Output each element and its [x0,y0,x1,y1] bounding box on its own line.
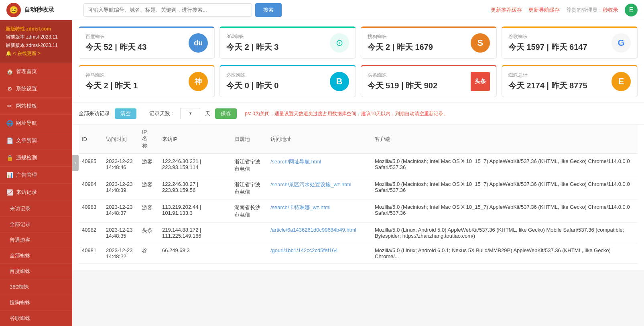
sidebar-sub-baidu-spider[interactable]: 百度蜘蛛 [0,264,72,279]
cell-url[interactable]: /gourl/1bb1/142cc2cd5fef164 [267,243,372,264]
cell-ip: 113.219.202.44 | 101.91.133.3 [159,200,231,223]
visit-url-link[interactable]: /search/卡特琳娜_wz.html [270,204,331,210]
days-label: 记录天数： [149,110,175,117]
cell-time: 2023-12-23 14:48:46 [103,154,139,177]
th-agent: 客户端 [372,125,638,154]
spider-stats-row2: 神马蜘蛛 今天 2 | 昨天 1 神 必应蜘蛛 今天 0 | 昨天 0 B 头条… [72,65,644,102]
table-header-row: ID 访问时间 IP名称 来访IP 归属地 访问地址 客户端 [79,125,638,154]
search-area: 搜索 [83,3,486,17]
all-records-label: 全部来访记录 [79,110,110,117]
sidebar-item-template[interactable]: ✏ 网站模板 [0,98,72,115]
cell-ip: 66.249.68.3 [159,243,231,264]
cell-url[interactable]: /search/卡特琳娜_wz.html [267,200,372,223]
cell-location: 湖南省长沙市电信 [231,200,267,223]
home-icon: 🏠 [6,68,13,75]
s360-icon: ⊙ [330,33,349,53]
sidebar-item-admin-home[interactable]: 🏠 管理首页 [0,63,72,80]
sidebar: 新版特性 zdmsl.com 当前版本 zdmsl-2023.11 最新版本 z… [0,20,72,326]
cell-url[interactable]: /article/6a1436261d0c99684b49.html [267,223,372,243]
sidebar-item-settings[interactable]: ⚙ 系统设置 [0,80,72,98]
admin-label: 尊贵的管理员：秒收录 [566,6,618,14]
log-tip: ps: 0为关闭，适量设置天数避免过度占用数据库空间，建议10天以内，到期自动清… [245,110,448,117]
visit-table-wrapper: ID 访问时间 IP名称 来访IP 归属地 访问地址 客户端 409852023… [72,125,644,270]
toutiao-value: 今天 519 | 昨天 902 [368,80,438,91]
cell-url[interactable]: /search/网址导航.html [267,154,372,177]
th-id: ID [79,125,103,154]
clear-button[interactable]: 清空 [115,108,136,119]
cell-ip-name: 游客 [139,154,159,177]
search-input[interactable] [83,3,252,17]
cell-url[interactable]: /search/景区污水处置设施_wz.html [267,177,372,200]
s360-value: 今天 2 | 昨天 3 [226,42,278,53]
cell-agent: Mozilla/5.0 (Linux; Android 6.0.1; Nexus… [372,243,638,264]
sidebar-sub-sogou-spider[interactable]: 搜狗蜘蛛 [0,295,72,311]
sidebar-sub-normal-visitors[interactable]: 普通游客 [0,232,72,248]
sidebar-item-visit-records[interactable]: 📈 来访记录 [0,184,72,201]
cell-time: 2023-12-23 14:48:35 [103,223,139,243]
visit-url-link[interactable]: /gourl/1bb1/142cc2cd5fef164 [270,247,338,253]
total-icon: E [611,72,631,91]
cell-ip-name: 头条 [139,223,159,243]
table-row: 409812023-12-23 14:48:??谷66.249.68.3/gou… [79,243,638,264]
sidebar-sub-visit-records[interactable]: 来访记录 [0,201,72,217]
cell-id: 40981 [79,243,103,264]
visit-url-link[interactable]: /search/景区污水处置设施_wz.html [270,181,351,187]
sidebar-label-visit-records: 来访记录 [16,189,37,196]
visit-url-link[interactable]: /search/网址导航.html [270,159,321,165]
main-layout: 新版特性 zdmsl.com 当前版本 zdmsl-2023.11 最新版本 z… [0,20,644,326]
template-icon: ✏ [6,103,13,109]
cell-agent: Mozilla/5.0 (Linux; Android 5.0) AppleWe… [372,223,638,243]
stat-card-google: 谷歌蜘蛛 今天 1597 | 昨天 6147 G [502,26,638,59]
cell-id: 40984 [79,177,103,200]
sidebar-sub-360-spider[interactable]: 360蜘蛛 [0,279,72,295]
search-button[interactable]: 搜索 [255,3,282,17]
sogou-icon: S [471,33,490,53]
update-nav-cache-link[interactable]: 更新导航缓存 [528,6,560,14]
cell-location: 浙江省宁波市电信 [231,154,267,177]
s360-label: 360蜘蛛 [226,33,278,40]
update-recommend-cache-link[interactable]: 更新推荐缓存 [491,6,522,14]
articles-icon: 📄 [6,137,13,144]
table-row: 409852023-12-23 14:48:46游客122.246.30.221… [79,154,638,177]
shenma-label: 神马蜘蛛 [85,72,138,79]
sidebar-sub-google-spider[interactable]: 谷歌蜘蛛 [0,311,72,326]
save-button[interactable]: 保存 [215,108,237,119]
toutiao-icon: 头条 [471,72,490,91]
sidebar-update-link[interactable]: 🔔 < 在线更新 > [6,49,67,57]
sidebar-item-articles[interactable]: 📄 文章资源 [0,132,72,149]
th-ip-name: IP名称 [139,125,159,154]
sidebar-item-violation[interactable]: 🔒 违规检测 [0,149,72,167]
total-value: 今天 2174 | 昨天 8775 [508,80,587,91]
sidebar-sub-all-records[interactable]: 全部记录 [0,217,72,232]
table-body: 409852023-12-23 14:48:46游客122.246.30.221… [79,154,638,264]
visit-url-link[interactable]: /article/6a1436261d0c99684b49.html [270,227,356,233]
stat-card-total: 蜘蛛总计 今天 2174 | 昨天 8775 E [502,65,638,97]
days-unit: 天 [205,110,210,117]
baidu-value: 今天 52 | 昨天 43 [85,42,146,53]
header-right: 更新推荐缓存 更新导航缓存 尊贵的管理员：秒收录 E [491,4,638,16]
sidebar-label-admin-home: 管理首页 [16,68,37,75]
sidebar-item-nav[interactable]: 🌐 网址导航 [0,115,72,132]
stat-card-360: 360蜘蛛 今天 2 | 昨天 3 ⊙ [219,26,356,59]
sidebar-item-ads[interactable]: 📊 广告管理 [0,167,72,184]
cell-ip-name: 谷 [139,243,159,264]
toutiao-label: 头条蜘蛛 [368,72,438,79]
sidebar-collapse-button[interactable]: ‹ [72,155,79,171]
sidebar-latest-version: 最新版本 zdmsl-2023.11 [6,41,67,49]
ads-icon: 📊 [6,172,13,178]
sogou-value: 今天 2 | 昨天 1679 [368,42,433,53]
stat-card-sogou: 搜狗蜘蛛 今天 2 | 昨天 1679 S [361,26,497,59]
cell-ip: 122.246.30.221 | 223.93.159.114 [159,154,231,177]
visit-table: ID 访问时间 IP名称 来访IP 归属地 访问地址 客户端 409852023… [79,125,638,264]
sidebar-new-feature: 新版特性 zdmsl.com [6,25,67,33]
google-value: 今天 1597 | 昨天 6147 [508,42,587,53]
sidebar-sub-all-spiders[interactable]: 全部蜘蛛 [0,248,72,264]
shenma-icon: 神 [189,72,208,91]
log-controls: 全部来访记录 清空 记录天数： 天 保存 ps: 0为关闭，适量设置天数避免过度… [72,103,644,124]
bing-label: 必应蜘蛛 [226,72,278,79]
cell-agent: Mozilla/5.0 (Macintosh; Intel Mac OS X 1… [372,154,638,177]
logo-icon: 😊 [6,3,21,17]
days-input[interactable] [180,108,200,119]
bing-icon: B [330,72,349,91]
sidebar-label-nav: 网址导航 [16,120,37,127]
